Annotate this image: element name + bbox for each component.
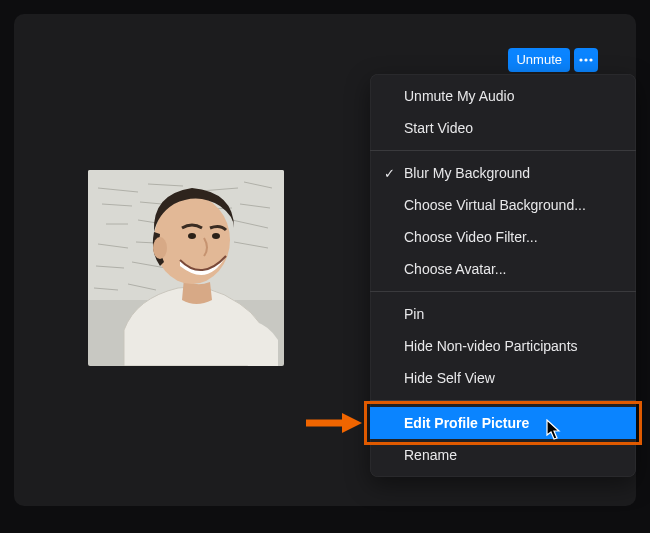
menu-item-label: Pin [404, 306, 424, 322]
svg-point-1 [584, 58, 587, 61]
more-horizontal-icon [578, 52, 594, 68]
svg-point-7 [188, 233, 196, 239]
menu-separator [370, 291, 636, 292]
menu-item-hide-non-video-participants[interactable]: Hide Non-video Participants [370, 330, 636, 362]
more-options-button[interactable] [574, 48, 598, 72]
svg-point-2 [589, 58, 592, 61]
menu-item-blur-my-background[interactable]: ✓Blur My Background [370, 157, 636, 189]
menu-item-pin[interactable]: Pin [370, 298, 636, 330]
svg-point-6 [153, 237, 167, 259]
menu-item-label: Rename [404, 447, 457, 463]
menu-item-unmute-my-audio[interactable]: Unmute My Audio [370, 80, 636, 112]
menu-item-edit-profile-picture[interactable]: Edit Profile Picture [370, 407, 636, 439]
menu-item-choose-avatar[interactable]: Choose Avatar... [370, 253, 636, 285]
menu-item-label: Start Video [404, 120, 473, 136]
menu-item-choose-video-filter[interactable]: Choose Video Filter... [370, 221, 636, 253]
menu-item-hide-self-view[interactable]: Hide Self View [370, 362, 636, 394]
menu-item-label: Choose Virtual Background... [404, 197, 586, 213]
menu-item-label: Hide Self View [404, 370, 495, 386]
menu-item-label: Unmute My Audio [404, 88, 515, 104]
menu-item-label: Edit Profile Picture [404, 415, 529, 431]
svg-point-8 [212, 233, 220, 239]
menu-item-label: Choose Video Filter... [404, 229, 538, 245]
menu-separator [370, 400, 636, 401]
context-menu: Unmute My AudioStart Video✓Blur My Backg… [370, 74, 636, 477]
participant-avatar [88, 170, 284, 366]
menu-separator [370, 150, 636, 151]
tile-controls: Unmute [508, 48, 598, 72]
unmute-button[interactable]: Unmute [508, 48, 570, 72]
svg-point-0 [579, 58, 582, 61]
video-tile-panel: Unmute [14, 14, 636, 506]
menu-item-label: Choose Avatar... [404, 261, 506, 277]
check-icon: ✓ [384, 166, 395, 181]
menu-item-choose-virtual-background[interactable]: Choose Virtual Background... [370, 189, 636, 221]
menu-item-rename[interactable]: Rename [370, 439, 636, 471]
unmute-button-label: Unmute [516, 51, 562, 69]
menu-item-start-video[interactable]: Start Video [370, 112, 636, 144]
menu-item-label: Hide Non-video Participants [404, 338, 578, 354]
menu-item-label: Blur My Background [404, 165, 530, 181]
